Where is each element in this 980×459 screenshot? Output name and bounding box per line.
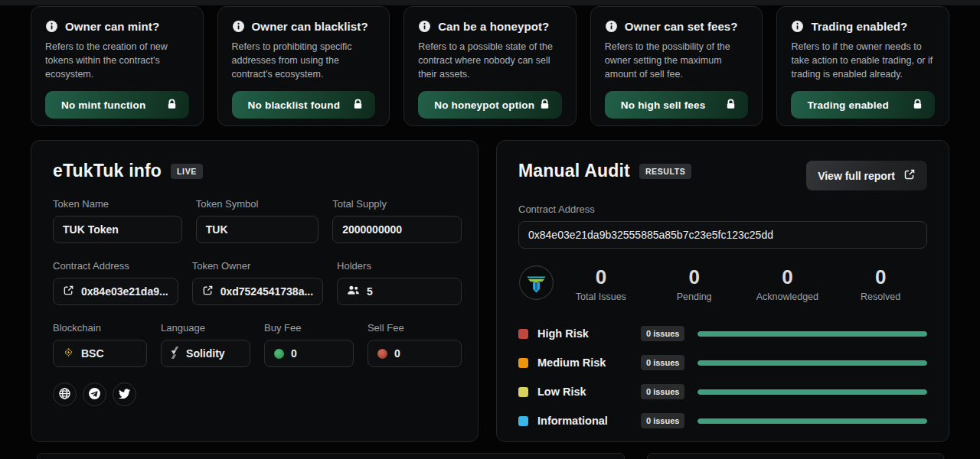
next-section-card-left [37, 453, 625, 459]
holders-group-icon [347, 285, 360, 298]
external-link-icon[interactable] [202, 285, 214, 298]
risk-label: High Risk [537, 327, 589, 340]
blockchain-field[interactable]: BSC [53, 340, 147, 367]
check-result-button[interactable]: Trading enabled [791, 91, 935, 119]
sell-fee-dot-icon [377, 349, 387, 359]
stat-value: 0 [648, 267, 741, 287]
medium-risk-swatch [518, 358, 528, 368]
top-navbar-edge [0, 0, 980, 5]
stat-acknowledged: 0 Acknowledged [741, 267, 835, 302]
check-description: Refers to prohibiting specific addresses… [232, 41, 376, 81]
contract-address-label: Contract Address [53, 260, 178, 272]
info-icon [791, 20, 804, 33]
view-full-report-button[interactable]: View full report [806, 161, 927, 190]
risk-row-medium: Medium Risk 0 issues [518, 353, 927, 373]
lock-icon [166, 98, 178, 112]
token-owner-value: 0xd7524541738a... [220, 285, 313, 298]
token-name-field[interactable]: TUK Token [53, 216, 182, 243]
risk-progress-bar [697, 389, 927, 395]
social-links-row [53, 382, 462, 406]
risk-progress-bar [697, 418, 927, 424]
stat-value: 0 [554, 267, 648, 287]
buy-fee-dot-icon [274, 349, 284, 359]
check-result-label: No honeypot option [434, 99, 534, 111]
issues-count-badge: 0 issues [641, 384, 684, 399]
token-owner-label: Token Owner [192, 260, 323, 272]
contract-address-field[interactable]: 0x84e03e21da9... [53, 278, 178, 305]
check-description: Refers to if the owner needs to take act… [791, 41, 935, 81]
high-risk-swatch [518, 329, 528, 339]
buy-fee-value: 0 [291, 347, 297, 360]
token-symbol-value: TUK [206, 223, 228, 236]
check-question: Owner can blacklist? [252, 20, 368, 33]
info-icon [45, 20, 58, 33]
informational-swatch [518, 416, 528, 426]
check-card-fees: Owner can set fees? Refers to the possib… [590, 6, 763, 126]
results-badge: RESULTS [639, 164, 691, 179]
risk-label: Low Risk [537, 386, 586, 398]
issues-count-badge: 0 issues [641, 413, 684, 428]
check-result-button[interactable]: No honeypot option [418, 91, 562, 119]
audit-contract-address-field[interactable]: 0x84e03e21da9b32555885a85b7c23e5fc123c25… [518, 221, 927, 249]
risk-label: Medium Risk [537, 356, 606, 369]
sell-fee-value: 0 [394, 347, 400, 360]
risk-row-informational: Informational 0 issues [518, 411, 927, 431]
check-question: Trading enabled? [811, 20, 907, 33]
risk-row-high: High Risk 0 issues [518, 324, 927, 343]
token-owner-field[interactable]: 0xd7524541738a... [192, 278, 323, 305]
language-value: Solidity [186, 347, 225, 360]
audit-contract-address-value: 0x84e03e21da9b32555885a85b7c23e5fc123c25… [528, 229, 773, 241]
external-link-icon [903, 168, 916, 183]
low-risk-swatch [518, 387, 528, 397]
check-description: Refers to the possibility of the owner s… [605, 41, 749, 81]
token-name-value: TUK Token [63, 223, 119, 236]
security-checks-row: Owner can mint? Refers to the creation o… [31, 6, 949, 126]
sell-fee-label: Sell Fee [368, 322, 462, 334]
token-symbol-label: Token Symbol [196, 198, 318, 210]
total-supply-label: Total Supply [332, 198, 462, 210]
check-result-button[interactable]: No blacklist found [232, 91, 376, 119]
stat-label: Acknowledged [741, 291, 835, 302]
check-result-label: No blacklist found [248, 99, 341, 111]
check-card-trading: Trading enabled? Refers to if the owner … [776, 6, 949, 126]
risk-row-low: Low Risk 0 issues [518, 382, 927, 402]
stat-label: Pending [648, 291, 741, 302]
token-symbol-field[interactable]: TUK [196, 216, 318, 243]
next-section-card-right [647, 453, 944, 459]
holders-field[interactable]: 5 [337, 278, 462, 305]
total-supply-field[interactable]: 2000000000 [332, 216, 462, 243]
holders-label: Holders [337, 260, 462, 272]
stat-value: 0 [834, 267, 927, 287]
info-icon [232, 20, 245, 33]
lock-icon [725, 98, 737, 112]
website-button[interactable] [53, 382, 77, 406]
check-result-button[interactable]: No high sell fees [605, 91, 749, 119]
holders-value: 5 [367, 285, 373, 298]
token-name-label: Token Name [53, 198, 182, 210]
twitter-button[interactable] [113, 382, 136, 406]
total-supply-value: 2000000000 [342, 223, 402, 236]
stat-resolved: 0 Resolved [834, 267, 927, 302]
check-card-blacklist: Owner can blacklist? Refers to prohibiti… [217, 6, 390, 126]
risk-list: High Risk 0 issues Medium Risk 0 issues … [518, 324, 927, 431]
check-result-label: No high sell fees [621, 99, 706, 111]
check-description: Refers to the creation of new tokens wit… [45, 41, 189, 81]
language-field[interactable]: Solidity [161, 340, 250, 367]
check-result-label: Trading enabled [807, 99, 889, 111]
buy-fee-field[interactable]: 0 [264, 340, 354, 367]
audit-page: Owner can mint? Refers to the creation o… [0, 5, 980, 442]
check-question: Owner can mint? [65, 20, 159, 33]
sell-fee-field[interactable]: 0 [368, 340, 462, 367]
telegram-button[interactable] [83, 382, 106, 406]
lock-icon [539, 98, 550, 112]
view-full-report-label: View full report [818, 170, 895, 182]
check-result-button[interactable]: No mint function [45, 91, 189, 119]
live-badge: LIVE [171, 164, 203, 179]
etuktuk-logo [518, 265, 554, 304]
bsc-icon [63, 347, 74, 360]
stat-total-issues: 0 Total Issues [554, 267, 648, 302]
token-info-title: eTukTuk info [53, 161, 162, 181]
external-link-icon[interactable] [63, 285, 74, 298]
blockchain-label: Blockchain [53, 322, 147, 334]
buy-fee-label: Buy Fee [264, 322, 354, 334]
